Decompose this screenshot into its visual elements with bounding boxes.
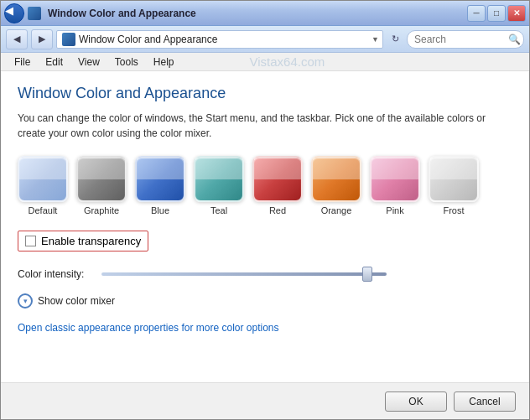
window-controls: ─ □ ✕ — [467, 5, 526, 22]
search-wrap: 🔍 — [407, 30, 524, 49]
title-bar-text: Window Color and Appearance — [48, 8, 196, 19]
menu-bar: File Edit View Tools Help Vistax64.com — [1, 53, 529, 71]
watermark: Vistax64.com — [250, 54, 325, 69]
swatch-blue-color[interactable] — [135, 156, 185, 202]
refresh-button[interactable]: ↻ — [387, 31, 403, 48]
swatch-default-color[interactable] — [18, 156, 68, 202]
intensity-row: Color intensity: — [18, 268, 512, 280]
search-input[interactable] — [407, 30, 524, 49]
menu-file[interactable]: File — [8, 54, 37, 70]
swatch-red-label: Red — [269, 205, 286, 215]
address-dropdown-icon[interactable]: ▼ — [372, 35, 379, 44]
main-window: ◀ Window Color and Appearance ─ □ ✕ ◀ ▶ … — [0, 0, 530, 420]
nav-forward-button[interactable]: ▶ — [31, 29, 53, 49]
address-icon — [62, 33, 75, 46]
intensity-slider-track[interactable] — [101, 272, 387, 276]
swatch-pink-color[interactable] — [370, 156, 420, 202]
swatch-graphite-color[interactable] — [76, 156, 127, 202]
color-mixer-row[interactable]: ▾ Show color mixer — [18, 293, 512, 309]
ok-button[interactable]: OK — [385, 391, 447, 412]
swatch-frost-color[interactable] — [429, 156, 479, 202]
page-title: Window Color and Appearance — [18, 85, 512, 102]
swatch-pink[interactable]: Pink — [370, 156, 420, 215]
content-area: Window Color and Appearance You can chan… — [1, 71, 529, 382]
menu-view[interactable]: View — [71, 54, 107, 70]
swatch-teal-label: Teal — [210, 205, 227, 215]
swatch-red[interactable]: Red — [252, 156, 303, 215]
transparency-row: Enable transparency — [18, 231, 148, 251]
color-mixer-label: Show color mixer — [38, 295, 115, 307]
window-icon — [28, 7, 41, 20]
swatch-frost[interactable]: Frost — [429, 156, 479, 215]
minimize-button[interactable]: ─ — [467, 5, 486, 22]
cancel-button[interactable]: Cancel — [454, 391, 516, 412]
swatch-graphite[interactable]: Graphite — [76, 156, 127, 215]
menu-help[interactable]: Help — [147, 54, 181, 70]
close-button[interactable]: ✕ — [507, 5, 526, 22]
nav-back-button[interactable]: ◀ — [6, 29, 28, 49]
swatch-graphite-label: Graphite — [84, 205, 119, 215]
swatch-red-color[interactable] — [252, 156, 303, 202]
intensity-slider-thumb[interactable] — [362, 267, 372, 282]
swatch-orange-color[interactable] — [311, 156, 361, 202]
swatch-orange[interactable]: Orange — [311, 156, 361, 215]
swatch-blue-label: Blue — [151, 205, 169, 215]
swatch-pink-label: Pink — [386, 205, 403, 215]
transparency-label: Enable transparency — [41, 235, 141, 247]
color-mixer-chevron-icon[interactable]: ▾ — [18, 293, 33, 309]
nav-bar: ◀ ▶ Window Color and Appearance ▼ ↻ 🔍 — [1, 26, 529, 53]
description-text: You can change the color of windows, the… — [18, 111, 487, 141]
menu-tools[interactable]: Tools — [108, 54, 145, 70]
address-text: Window Color and Appearance — [79, 34, 368, 45]
menu-edit[interactable]: Edit — [39, 54, 70, 70]
address-bar[interactable]: Window Color and Appearance ▼ — [56, 30, 383, 49]
search-icon[interactable]: 🔍 — [508, 34, 521, 45]
swatch-frost-label: Frost — [443, 205, 464, 215]
maximize-button[interactable]: □ — [487, 5, 506, 22]
swatch-default-label: Default — [29, 205, 58, 215]
color-swatches: Default Graphite Blue Teal Red Orange — [18, 156, 512, 215]
swatch-blue[interactable]: Blue — [135, 156, 185, 215]
swatch-teal[interactable]: Teal — [194, 156, 244, 215]
back-button[interactable]: ◀ — [4, 3, 24, 23]
swatch-default[interactable]: Default — [18, 156, 68, 215]
intensity-label: Color intensity: — [18, 268, 93, 280]
classic-appearance-link[interactable]: Open classic appearance properties for m… — [18, 322, 512, 334]
swatch-orange-label: Orange — [321, 205, 352, 215]
transparency-checkbox[interactable] — [25, 236, 36, 246]
footer: OK Cancel — [1, 382, 529, 419]
swatch-teal-color[interactable] — [194, 156, 244, 202]
title-bar: ◀ Window Color and Appearance ─ □ ✕ — [1, 1, 529, 26]
